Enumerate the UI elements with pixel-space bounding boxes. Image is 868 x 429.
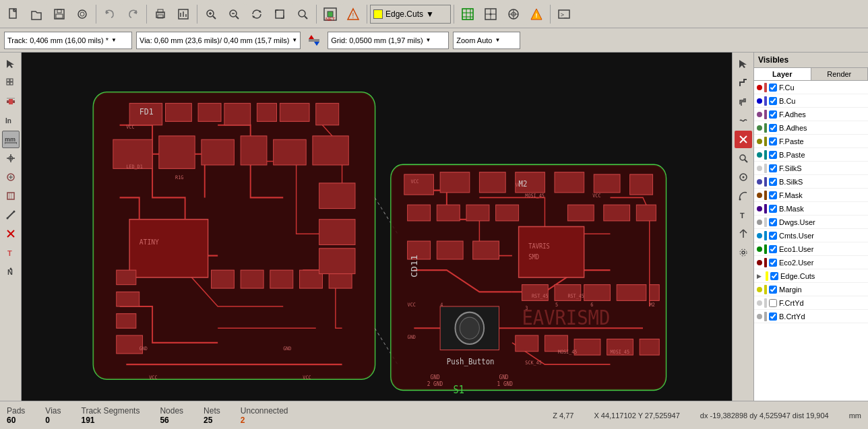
place-text-btn[interactable]: T: [2, 244, 20, 261]
layer-visibility-checkbox[interactable]: [769, 151, 777, 159]
layer-visibility-checkbox[interactable]: [769, 84, 777, 92]
add-line-btn[interactable]: [2, 206, 20, 224]
track-combo[interactable]: Track: 0,406 mm (16,00 mils) * ▼: [4, 32, 132, 49]
layer-visibility-checkbox[interactable]: [769, 110, 777, 119]
vis-item-b-paste: B.Paste: [754, 148, 868, 162]
via-combo-label: Via: 0,60 mm (23,6 mils)/ 0,40 mm (15,7 …: [140, 36, 289, 44]
layer-flip-button[interactable]: [305, 31, 323, 50]
svg-text:ATINY: ATINY: [140, 238, 159, 246]
separator-6: [454, 5, 454, 24]
zoom-selection-button[interactable]: [292, 3, 313, 25]
layer-visibility-checkbox[interactable]: [769, 218, 777, 226]
route-track-btn[interactable]: [735, 74, 752, 92]
vis-item-margin: Margin: [754, 283, 868, 296]
plot-button[interactable]: [173, 3, 194, 25]
new-button[interactable]: [3, 3, 24, 25]
tab-layer[interactable]: Layer: [754, 68, 811, 80]
main-area: In mm T N: [0, 53, 868, 401]
drc-button[interactable]: !: [342, 3, 364, 25]
separator-2: [146, 5, 147, 24]
crosshair-btn[interactable]: [2, 150, 20, 167]
svg-rect-65: [9, 99, 13, 104]
polar-grid-button[interactable]: [503, 3, 524, 25]
circle-btn[interactable]: [735, 168, 752, 186]
track-combo-label: Track: 0,406 mm (16,00 mils) *: [7, 36, 108, 44]
svg-text:2 GND: 2 GND: [427, 381, 443, 388]
left-toolbar: In mm T N: [0, 53, 22, 401]
vis-item-f-adhes: F.Adhes: [754, 108, 868, 121]
layer-visibility-checkbox[interactable]: [769, 312, 777, 321]
via-combo[interactable]: Via: 0,60 mm (23,6 mils)/ 0,40 mm (15,7 …: [136, 32, 301, 49]
vias-stat: Vias 0: [45, 406, 61, 425]
layer-visibility-checkbox[interactable]: [769, 232, 777, 240]
separator-7: [550, 5, 551, 24]
tune-track-btn[interactable]: [735, 112, 752, 129]
svg-text:VCC: VCC: [149, 374, 157, 380]
layer-visibility-checkbox[interactable]: [769, 137, 777, 145]
layer-visibility-checkbox[interactable]: [769, 97, 777, 105]
layer-visibility-checkbox[interactable]: [769, 164, 777, 172]
text-btn[interactable]: T: [735, 206, 752, 224]
select-tool[interactable]: [2, 55, 20, 73]
vis-item-b-mask: B.Mask: [754, 202, 868, 216]
zoom-fit-button[interactable]: [269, 3, 290, 25]
zoom-region-btn[interactable]: [735, 150, 752, 167]
grid-display-btn[interactable]: [2, 74, 20, 92]
drc-run-btn[interactable]: [2, 225, 20, 242]
settings-btn[interactable]: [735, 244, 752, 261]
svg-rect-134: [479, 172, 505, 193]
layer-color-indicator: [373, 9, 383, 19]
layer-visibility-checkbox[interactable]: [769, 191, 777, 199]
layer-visibility-checkbox[interactable]: [769, 205, 777, 213]
svg-line-22: [236, 16, 239, 19]
svg-text:M2: M2: [650, 302, 655, 308]
open-button[interactable]: [26, 3, 47, 25]
save-button[interactable]: [49, 3, 70, 25]
layer-label: F.CrtYd: [779, 299, 865, 307]
svg-marker-56: [309, 35, 314, 39]
in-tool[interactable]: In: [2, 112, 20, 129]
zoom-combo[interactable]: Zoom Auto ▼: [453, 32, 520, 49]
undo-button[interactable]: [99, 3, 121, 25]
route-diff-pair-btn[interactable]: [735, 93, 752, 110]
svg-rect-117: [319, 183, 355, 209]
layer-visibility-checkbox[interactable]: [769, 178, 777, 186]
drc2-button[interactable]: !: [526, 3, 547, 25]
netlist-button[interactable]: NET: [319, 3, 341, 25]
svg-rect-103: [241, 136, 267, 165]
zoom-refresh-button[interactable]: [246, 3, 268, 25]
layer-visibility-checkbox[interactable]: [769, 286, 777, 294]
redo-button[interactable]: [122, 3, 144, 25]
vis-item-eco1-user: Eco1.User: [754, 242, 868, 256]
zoom-combo-arrow: ▼: [495, 37, 500, 43]
print-button[interactable]: [150, 3, 171, 25]
expand-arrow-icon[interactable]: ▶: [757, 273, 764, 279]
layer-visibility-checkbox[interactable]: [769, 245, 777, 253]
canvas-area[interactable]: ATINY VCC LED_D1 R1G VCC GND GN: [22, 53, 732, 401]
grid-button[interactable]: [480, 3, 501, 25]
svg-rect-98: [280, 103, 309, 121]
ratsnest-button[interactable]: [457, 3, 478, 25]
north-btn[interactable]: N: [2, 263, 20, 280]
add-zone-btn[interactable]: [2, 187, 20, 205]
layer-color-strip: [764, 177, 767, 187]
print-preview-button[interactable]: [71, 3, 93, 25]
layer-visibility-checkbox[interactable]: [769, 124, 777, 132]
units-btn[interactable]: mm: [2, 131, 20, 148]
layer-visibility-checkbox[interactable]: [769, 299, 777, 307]
north-mark-btn[interactable]: [735, 225, 752, 242]
drc-check-btn[interactable]: [735, 131, 752, 148]
arc-btn[interactable]: [735, 187, 752, 205]
separator-5: [367, 5, 367, 24]
layer-visibility-checkbox[interactable]: [770, 272, 778, 280]
add-pad-btn[interactable]: [2, 168, 20, 186]
grid-combo[interactable]: Grid: 0,0500 mm (1,97 mils) ▼: [328, 32, 449, 49]
layer-visibility-checkbox[interactable]: [769, 259, 777, 267]
zoom-out-button[interactable]: [223, 3, 245, 25]
scripting-button[interactable]: >_: [553, 3, 575, 25]
tab-render[interactable]: Render: [811, 68, 869, 80]
zoom-in-button[interactable]: [200, 3, 222, 25]
layer-dropdown[interactable]: Edge.Cuts ▼: [370, 5, 451, 24]
footprint-tool[interactable]: [2, 93, 20, 110]
arrow-tool[interactable]: [735, 55, 752, 73]
